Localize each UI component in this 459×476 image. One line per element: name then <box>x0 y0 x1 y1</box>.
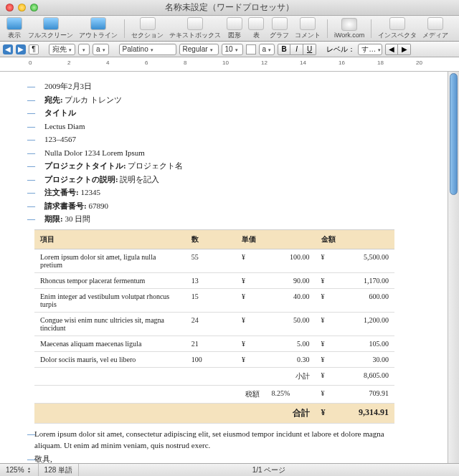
toolbar-textbox[interactable]: テキストボックス <box>167 17 223 40</box>
note-line: Lorem ipsum dolor sit amet, consectetur … <box>34 428 394 452</box>
underline-button[interactable]: U <box>303 44 316 55</box>
pilcrow-icon[interactable]: ¶ <box>29 44 39 54</box>
invoice-table[interactable]: 項目 数 単価 金額 Lorem ipsum dolor sit amet, l… <box>34 229 394 424</box>
comment-icon <box>300 17 316 30</box>
addr1-line: 123–4567 <box>34 133 394 146</box>
media-icon <box>427 17 443 30</box>
order-line: 注文番号: 12345 <box>34 186 394 199</box>
shape-icon <box>227 17 242 30</box>
page: 2009年2月3日 宛先: プルカ トレンツ タイトル Lectus Diam … <box>0 72 416 463</box>
scroll-thumb[interactable] <box>450 73 458 195</box>
titlebar: 名称未設定（ワードプロセッサ） <box>0 0 459 16</box>
table-row[interactable]: Rhoncus tempor placerat fermentum13¥90.0… <box>34 272 394 288</box>
view-icon <box>6 17 22 30</box>
vertical-scrollbar[interactable] <box>448 72 459 463</box>
invoice-line: 請求書番号: 67890 <box>34 200 394 212</box>
toolbar-comment[interactable]: コメント <box>293 17 323 40</box>
outdent-button[interactable]: ◀ <box>385 44 398 55</box>
level-label: レベル： <box>326 44 355 54</box>
window-title: 名称未設定（ワードプロセッサ） <box>0 1 459 14</box>
company-line: Lectus Diam <box>34 120 394 133</box>
format-bar: ◀ ▶ ¶ 宛先 a Palatino Regular 10 a B I U レ… <box>0 42 459 57</box>
recipient-line: 宛先: プルカ トレンツ <box>34 94 394 106</box>
toolbar-iwork[interactable]: iWork.com <box>332 18 366 39</box>
style-buttons: B I U <box>278 44 316 55</box>
font-size-select[interactable]: 10 <box>222 44 243 55</box>
section-icon <box>140 17 156 30</box>
style-select[interactable]: 宛先 <box>49 44 75 55</box>
fullscreen-icon <box>43 17 59 30</box>
text-preview[interactable]: a <box>93 44 109 55</box>
level-select[interactable]: す… <box>358 44 382 55</box>
due-line: 期限: 30 日間 <box>34 213 394 225</box>
indent-buttons: ◀ ▶ <box>385 44 411 55</box>
word-count: 128 単語 <box>39 464 79 476</box>
toolbar-shape[interactable]: 図形 <box>224 17 245 40</box>
date-line: 2009年2月3日 <box>34 80 394 92</box>
page-indicator[interactable]: 1/1 ページ <box>247 464 292 476</box>
main-toolbar: 表示フルスクリーンアウトラインセクションテキストボックス図形表グラフコメントiW… <box>0 16 459 42</box>
toolbar-outline[interactable]: アウトライン <box>77 17 120 40</box>
tax-row: 税額8.25%¥709.91 <box>34 385 394 403</box>
table-header-row: 項目 数 単価 金額 <box>34 229 394 249</box>
toolbar-view[interactable]: 表示 <box>4 17 24 40</box>
toolbar-media[interactable]: メディア <box>420 17 450 40</box>
zoom-cell[interactable]: 125%▴▾ <box>0 464 39 476</box>
toolbar-chart[interactable]: グラフ <box>268 17 291 40</box>
list-style-select[interactable] <box>78 44 90 55</box>
text-color-swatch[interactable] <box>246 44 256 54</box>
table-row[interactable]: Congue wisi enim nunc ultricies sit, mag… <box>34 312 394 335</box>
toolbar-section[interactable]: セクション <box>129 17 166 40</box>
closing-line: 敬具, <box>34 453 394 464</box>
document-canvas[interactable]: 2009年2月3日 宛先: プルカ トレンツ タイトル Lectus Diam … <box>0 72 448 463</box>
font-weight-select[interactable]: Regular <box>179 44 219 55</box>
iwork-icon <box>341 18 357 31</box>
proj-title-line: プロジェクトタイトル: プロジェクト名 <box>34 160 394 172</box>
total-row: 合計¥9,314.91 <box>34 403 394 423</box>
indent-button[interactable]: ▶ <box>398 44 411 55</box>
table-row[interactable]: Maecenas aliquam maecenas ligula21¥5.00¥… <box>34 335 394 351</box>
font-select[interactable]: Palatino <box>119 44 176 55</box>
ruler[interactable]: 02468101214161820 <box>0 57 459 72</box>
textbox-icon <box>187 17 203 30</box>
status-bar: 125%▴▾ 128 単語 1/1 ページ <box>0 463 459 476</box>
chart-icon <box>272 17 288 30</box>
bold-button[interactable]: B <box>278 44 290 55</box>
table-icon <box>248 17 264 30</box>
table-row[interactable]: Dolor sociis mauris, vel eu libero100¥0.… <box>34 351 394 367</box>
paragraph-nav-icon[interactable]: ▶ <box>16 44 26 54</box>
title-line: タイトル <box>34 107 394 119</box>
subtotal-row: 小計¥8,605.00 <box>34 367 394 385</box>
table-row[interactable]: Lorem ipsum dolor sit amet, ligula nulla… <box>34 249 394 272</box>
italic-button[interactable]: I <box>290 44 303 55</box>
toolbar-fullscreen[interactable]: フルスクリーン <box>26 17 75 40</box>
inspector-icon <box>389 17 405 30</box>
addr2-line: Nulla Dolor 1234 Lorem Ipsum <box>34 147 394 159</box>
toolbar-table[interactable]: 表 <box>246 17 266 40</box>
proj-desc-line: プロジェクトの説明: 説明を記入 <box>34 173 394 186</box>
table-row[interactable]: Enim integer ad vestibulum volutpat rhon… <box>34 288 394 312</box>
outline-icon <box>90 17 106 30</box>
toolbar-inspector[interactable]: インスペクタ <box>376 17 419 40</box>
paragraph-nav-icon[interactable]: ◀ <box>3 44 13 54</box>
char-style[interactable]: a <box>259 44 275 55</box>
